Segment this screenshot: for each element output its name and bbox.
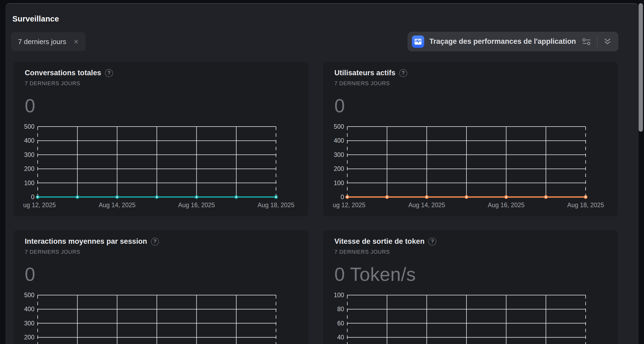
svg-text:500: 500 bbox=[24, 292, 34, 299]
help-icon[interactable]: ? bbox=[428, 238, 436, 246]
svg-text:300: 300 bbox=[24, 151, 34, 158]
svg-text:40: 40 bbox=[337, 334, 344, 341]
card-title: Vitesse de sortie de token bbox=[334, 237, 424, 246]
svg-text:Aug 14, 2025: Aug 14, 2025 bbox=[99, 202, 136, 209]
slider-controls-icon[interactable] bbox=[582, 37, 591, 46]
svg-text:500: 500 bbox=[334, 123, 344, 130]
svg-text:300: 300 bbox=[24, 320, 34, 327]
card-total-conversations: Conversations totales ? 7 DERNIERS JOURS… bbox=[13, 62, 308, 216]
svg-text:200: 200 bbox=[24, 165, 34, 172]
svg-text:Aug 18, 2025: Aug 18, 2025 bbox=[258, 202, 295, 209]
selector-divider bbox=[597, 36, 597, 47]
svg-text:Aug 16, 2025: Aug 16, 2025 bbox=[488, 202, 525, 209]
page-title: Surveillance bbox=[12, 15, 59, 23]
svg-text:60: 60 bbox=[337, 320, 344, 327]
svg-text:0: 0 bbox=[31, 194, 34, 200]
card-average-interactions: Interactions moyennes par session ? 7 DE… bbox=[13, 230, 308, 344]
card-period-label: 7 DERNIERS JOURS bbox=[334, 249, 618, 255]
svg-text:400: 400 bbox=[24, 306, 34, 313]
svg-text:500: 500 bbox=[24, 123, 34, 130]
tracing-source-selector[interactable]: Traçage des performances de l'applicatio… bbox=[408, 32, 618, 51]
scrollbar-thumb[interactable] bbox=[639, 3, 643, 132]
tracing-source-label: Traçage des performances de l'applicatio… bbox=[429, 37, 582, 46]
date-range-filter-chip[interactable]: 7 derniers jours × bbox=[11, 32, 86, 51]
svg-text:400: 400 bbox=[24, 137, 34, 144]
svg-text:Aug 14, 2025: Aug 14, 2025 bbox=[408, 202, 445, 209]
card-title: Interactions moyennes par session bbox=[25, 237, 147, 246]
svg-text:300: 300 bbox=[334, 151, 344, 158]
svg-text:Aug 16, 2025: Aug 16, 2025 bbox=[178, 202, 215, 209]
card-active-users: Utilisateurs actifs ? 7 DERNIERS JOURS 0… bbox=[323, 62, 618, 216]
card-metric-value: 0 bbox=[334, 95, 618, 117]
main-panel: Surveillance 7 derniers jours × Traçage … bbox=[5, 3, 639, 344]
token-speed-chart: 020406080100ug 12, 2025Aug 14, 2025Aug 1… bbox=[333, 291, 610, 344]
svg-text:100: 100 bbox=[334, 292, 344, 299]
card-metric-value: 0 bbox=[25, 95, 308, 117]
close-icon[interactable]: × bbox=[74, 38, 79, 46]
svg-text:ug 12, 2025: ug 12, 2025 bbox=[333, 202, 366, 209]
help-icon[interactable]: ? bbox=[151, 238, 159, 246]
svg-text:ug 12, 2025: ug 12, 2025 bbox=[23, 202, 56, 209]
card-period-label: 7 DERNIERS JOURS bbox=[25, 80, 308, 87]
svg-text:400: 400 bbox=[334, 137, 344, 144]
card-title: Utilisateurs actifs bbox=[334, 69, 395, 77]
svg-text:0: 0 bbox=[341, 194, 344, 200]
double-chevron-down-icon[interactable] bbox=[603, 38, 611, 45]
card-period-label: 7 DERNIERS JOURS bbox=[334, 80, 618, 87]
card-token-output-speed: Vitesse de sortie de token ? 7 DERNIERS … bbox=[323, 230, 618, 344]
svg-text:200: 200 bbox=[334, 165, 344, 172]
svg-text:200: 200 bbox=[24, 334, 34, 341]
svg-text:100: 100 bbox=[24, 180, 34, 187]
card-title: Conversations totales bbox=[25, 69, 101, 77]
svg-text:80: 80 bbox=[337, 306, 344, 313]
conversations-chart: 0100200300400500ug 12, 2025Aug 14, 2025A… bbox=[23, 122, 300, 215]
card-period-label: 7 DERNIERS JOURS bbox=[25, 249, 308, 255]
card-metric-value: 0 bbox=[25, 264, 308, 285]
active-users-chart: 0100200300400500ug 12, 2025Aug 14, 2025A… bbox=[333, 122, 610, 215]
svg-text:100: 100 bbox=[334, 180, 344, 187]
app-performance-icon bbox=[412, 35, 424, 48]
card-metric-value: 0 Token/s bbox=[334, 264, 618, 285]
help-icon[interactable]: ? bbox=[105, 69, 113, 77]
svg-text:Aug 18, 2025: Aug 18, 2025 bbox=[567, 202, 604, 209]
average-interactions-chart: 0100200300400500ug 12, 2025Aug 14, 2025A… bbox=[23, 291, 300, 344]
date-range-filter-label: 7 derniers jours bbox=[18, 38, 66, 46]
help-icon[interactable]: ? bbox=[399, 69, 407, 77]
